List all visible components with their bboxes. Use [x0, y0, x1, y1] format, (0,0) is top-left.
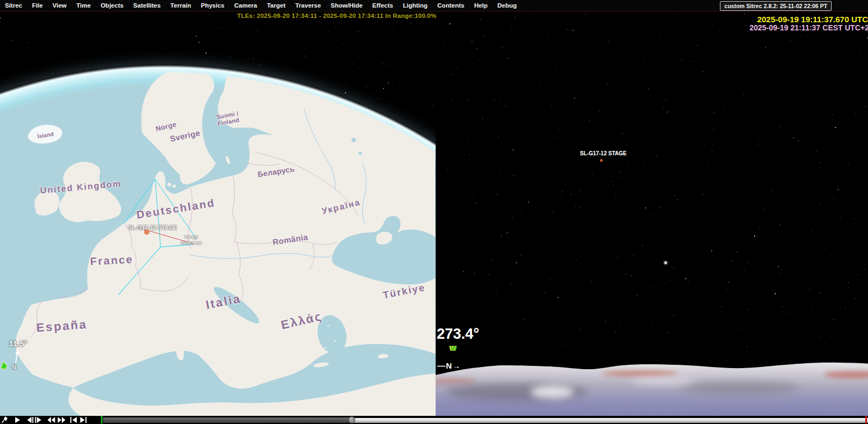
pin-button[interactable]: [1, 416, 9, 423]
west-marker-icon: W W: [449, 344, 460, 353]
scrubber-end-marker: [865, 416, 867, 423]
frame-back-button[interactable]: [27, 416, 34, 423]
menu-item-contents[interactable]: Contents: [432, 0, 469, 11]
target-info-line1: 7.5 agl: [181, 234, 202, 240]
menu-item-physics[interactable]: Physics: [196, 0, 229, 11]
traverse-overlay: [0, 12, 436, 416]
menu-item-effects[interactable]: Effects: [367, 0, 398, 11]
tle-status-text: TLEs: 2025-09-20 17:34:11 - 2025-09-20 1…: [237, 12, 436, 19]
frame-forward-button[interactable]: [35, 416, 42, 423]
north-label: N: [12, 364, 16, 370]
satellite-label-sky: SL-G17-12 STAGE: [580, 150, 627, 156]
satellite-dot-sky: [600, 159, 603, 162]
skip-to-start-button[interactable]: [70, 416, 78, 423]
terrain-horizon: [436, 12, 868, 416]
menu-item-target[interactable]: Target: [262, 0, 290, 11]
menu-item-traverse[interactable]: Traverse: [290, 0, 326, 11]
menu-item-objects[interactable]: Objects: [95, 0, 128, 11]
menu-item-help[interactable]: Help: [469, 0, 493, 11]
map-heading-readout: 11.5°: [9, 339, 27, 348]
menu-item-satellites[interactable]: Satellites: [129, 0, 166, 11]
menu-item-showhide[interactable]: Show/Hide: [326, 0, 368, 11]
satellite-label-map: SL-G17-12 STAGE: [128, 224, 177, 231]
skip-to-end-button[interactable]: [80, 416, 87, 423]
menu-item-file[interactable]: File: [27, 0, 48, 11]
menu-item-lighting[interactable]: Lighting: [398, 0, 432, 11]
sitrec-app: SitrecFileViewTimeObjectsSatellitesTerra…: [0, 0, 868, 424]
local-time-text: 2025-09-19 21:11:37 CEST UTC+2: [749, 23, 868, 32]
menu-item-sitrec[interactable]: Sitrec: [0, 0, 27, 11]
rewind-button[interactable]: [47, 416, 55, 423]
menu-item-view[interactable]: View: [48, 0, 72, 11]
menu-item-terrain[interactable]: Terrain: [165, 0, 196, 11]
scrubber-handle[interactable]: [348, 416, 355, 423]
utc-time-text: 2025-09-19 19:11:37.670 UTC: [757, 15, 868, 24]
map-view[interactable]: ÍslandNorgeSverigeSuomi /FinlandUnited K…: [0, 12, 436, 416]
version-label: custom Sitrec 2.8.2: 25-11-02 22:06 PT: [720, 1, 832, 11]
target-info-line2: 1725 ft asl: [181, 240, 202, 246]
play-button[interactable]: [15, 416, 21, 423]
fast-forward-button[interactable]: [58, 416, 66, 423]
scrubber-elapsed: [103, 417, 352, 423]
azimuth-readout: 273.4°: [437, 326, 479, 343]
west-marker-green: W: [450, 344, 457, 352]
horizon-north-marker: —N→: [437, 361, 461, 370]
menu-item-camera[interactable]: Camera: [229, 0, 262, 11]
transport-bar: [0, 416, 868, 424]
look-view[interactable]: SL-G17-12 STAGE: [436, 12, 868, 416]
north-arrow-icon: [11, 350, 21, 364]
country-label: France: [90, 253, 133, 268]
transport-buttons: [1, 416, 87, 423]
camera-marker-icon: [1, 362, 9, 370]
menu-item-time[interactable]: Time: [72, 0, 96, 11]
target-info-label: 7.5 agl 1725 ft asl: [181, 234, 202, 246]
menu-item-debug[interactable]: Debug: [493, 0, 522, 11]
scrubber-start-marker: [101, 416, 103, 423]
